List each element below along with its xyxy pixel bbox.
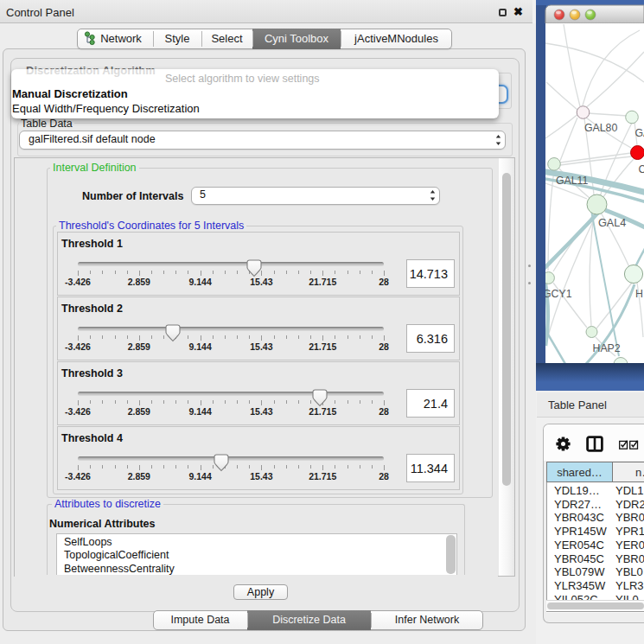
svg-text:GAL80: GAL80 <box>584 122 617 134</box>
svg-text:H: H <box>635 288 643 300</box>
svg-text:GAL11: GAL11 <box>556 175 589 187</box>
svg-text:HAP2: HAP2 <box>593 342 621 354</box>
svg-text:GAL4: GAL4 <box>598 217 626 229</box>
svg-text:GA: GA <box>635 127 644 139</box>
svg-text:C: C <box>639 163 644 175</box>
svg-text:GCY1: GCY1 <box>543 288 572 300</box>
